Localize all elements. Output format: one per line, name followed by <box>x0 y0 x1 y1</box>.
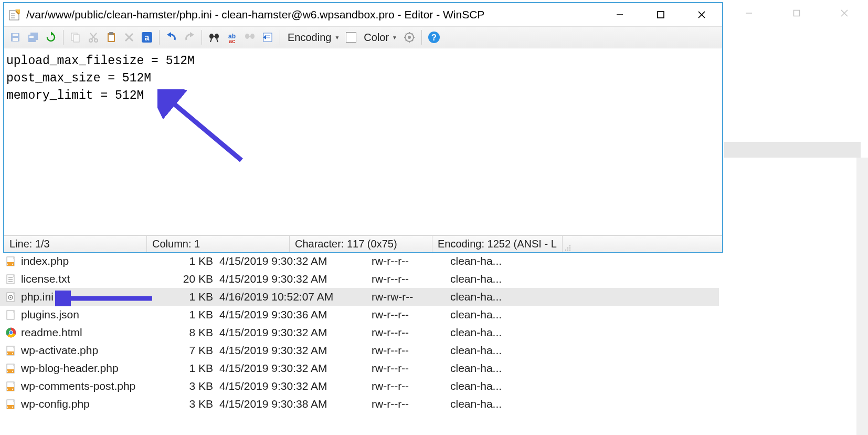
paste-button[interactable] <box>103 29 119 45</box>
bg-scrollbar[interactable] <box>856 158 868 435</box>
find-next-button[interactable] <box>242 29 258 45</box>
file-name: php.ini <box>20 291 167 303</box>
bg-minimize-button[interactable] <box>725 0 772 26</box>
select-all-button[interactable]: a <box>139 29 155 45</box>
cut-button[interactable] <box>86 29 101 45</box>
goto-button[interactable] <box>260 29 276 45</box>
svg-line-72 <box>217 39 218 42</box>
separator <box>159 30 160 45</box>
svg-point-83 <box>408 36 411 39</box>
file-size: 7 KB <box>167 344 219 357</box>
file-row[interactable]: php.ini1 KB4/16/2019 10:52:07 AMrw-rw-r-… <box>0 288 719 306</box>
file-size: 20 KB <box>167 273 219 285</box>
preferences-button[interactable] <box>401 29 417 45</box>
separator <box>202 30 202 45</box>
svg-text:ac: ac <box>229 38 235 43</box>
file-rights: rw-r--r-- <box>372 362 450 375</box>
file-rights: rw-r--r-- <box>372 308 450 321</box>
file-owner: clean-ha... <box>450 362 529 375</box>
status-character: Character: 117 (0x75) <box>290 236 432 252</box>
file-owner: clean-ha... <box>450 380 529 392</box>
file-name: wp-config.php <box>20 398 167 410</box>
file-size: 8 KB <box>167 326 219 339</box>
maximize-button[interactable] <box>640 3 681 26</box>
file-row[interactable]: license.txt20 KB4/15/2019 9:30:32 AMrw-r… <box>0 270 719 288</box>
editor-text-area[interactable]: upload_max_filesize = 512M post_max_size… <box>4 48 722 235</box>
svg-line-89 <box>412 40 413 41</box>
reload-button[interactable] <box>43 29 59 45</box>
file-list[interactable]: index.php1 KB4/15/2019 9:30:32 AMrw-r--r… <box>0 252 719 413</box>
undo-button[interactable] <box>164 29 179 45</box>
file-row[interactable]: wp-activate.php7 KB4/15/2019 9:30:32 AMr… <box>0 341 719 359</box>
status-line: Line: 1/3 <box>4 236 147 252</box>
bg-maximize-button[interactable] <box>772 0 820 26</box>
encoding-label[interactable]: Encoding <box>284 32 332 44</box>
replace-button[interactable]: abac <box>224 29 240 45</box>
delete-button[interactable] <box>121 29 137 45</box>
svg-point-68 <box>209 34 214 39</box>
svg-rect-60 <box>109 32 113 35</box>
svg-point-14 <box>10 297 12 298</box>
file-owner: clean-ha... <box>450 326 529 339</box>
file-changed: 4/15/2019 9:30:32 AM <box>219 326 372 339</box>
resize-grip[interactable] <box>563 236 572 252</box>
file-rights: rw-r--r-- <box>372 255 450 267</box>
color-dropdown-icon[interactable]: ▼ <box>392 35 399 40</box>
svg-rect-51 <box>29 36 34 38</box>
svg-point-99 <box>569 250 570 251</box>
editor-toolbar: a abac Encoding ▼ Color ▼ ? <box>4 26 722 48</box>
bg-window-controls <box>724 0 868 26</box>
file-owner: clean-ha... <box>450 273 529 285</box>
color-checkbox[interactable] <box>346 32 356 43</box>
file-name: license.txt <box>20 273 167 285</box>
svg-point-69 <box>215 34 219 39</box>
find-button[interactable] <box>206 29 222 45</box>
svg-point-23 <box>9 331 13 334</box>
file-icon <box>5 362 17 374</box>
file-name: index.php <box>20 255 167 267</box>
svg-rect-16 <box>7 310 14 319</box>
svg-rect-61 <box>109 35 114 41</box>
svg-point-75 <box>245 34 249 39</box>
save-all-button[interactable] <box>25 29 41 45</box>
separator <box>421 30 422 45</box>
file-row[interactable]: plugins.json1 KB4/15/2019 9:30:36 AMrw-r… <box>0 306 719 324</box>
file-owner: clean-ha... <box>450 255 529 267</box>
svg-line-91 <box>412 34 413 35</box>
help-button[interactable]: ? <box>426 29 442 45</box>
file-icon <box>5 309 17 320</box>
file-icon <box>5 345 17 356</box>
svg-marker-66 <box>167 32 171 37</box>
svg-text:?: ? <box>431 33 437 43</box>
file-owner: clean-ha... <box>450 291 529 303</box>
file-rights: rw-r--r-- <box>372 380 450 392</box>
minimize-button[interactable] <box>599 3 640 26</box>
color-label[interactable]: Color <box>361 32 390 44</box>
status-encoding: Encoding: 1252 (ANSI - L <box>432 236 563 252</box>
file-row[interactable]: wp-comments-post.php3 KB4/15/2019 9:30:3… <box>0 377 719 395</box>
file-row[interactable]: wp-config.php3 KB4/15/2019 9:30:38 AMrw-… <box>0 395 719 413</box>
redo-button[interactable] <box>182 29 197 45</box>
file-row[interactable]: wp-blog-header.php1 KB4/15/2019 9:30:32 … <box>0 359 719 377</box>
save-button[interactable] <box>7 29 23 45</box>
file-owner: clean-ha... <box>450 308 529 321</box>
file-row[interactable]: readme.html8 KB4/15/2019 9:30:32 AMrw-r-… <box>0 324 719 341</box>
file-changed: 4/15/2019 9:30:32 AM <box>219 255 372 267</box>
svg-rect-48 <box>13 38 18 41</box>
file-icon <box>5 255 17 267</box>
encoding-dropdown-icon[interactable]: ▼ <box>334 35 342 40</box>
editor-titlebar[interactable]: /var/www/public/clean-hamster/php.ini - … <box>4 3 722 26</box>
copy-button[interactable] <box>68 29 83 45</box>
bg-close-button[interactable] <box>820 0 868 26</box>
file-size: 3 KB <box>167 380 219 392</box>
separator <box>280 30 280 45</box>
svg-rect-70 <box>214 36 215 37</box>
file-rights: rw-r--r-- <box>372 398 450 410</box>
file-icon <box>5 380 17 392</box>
file-rights: rw-r--r-- <box>372 344 450 357</box>
close-button[interactable] <box>681 3 722 26</box>
file-icon <box>5 291 17 303</box>
svg-line-88 <box>406 34 407 35</box>
file-row[interactable]: index.php1 KB4/15/2019 9:30:32 AMrw-r--r… <box>0 252 719 270</box>
file-icon <box>5 327 17 338</box>
